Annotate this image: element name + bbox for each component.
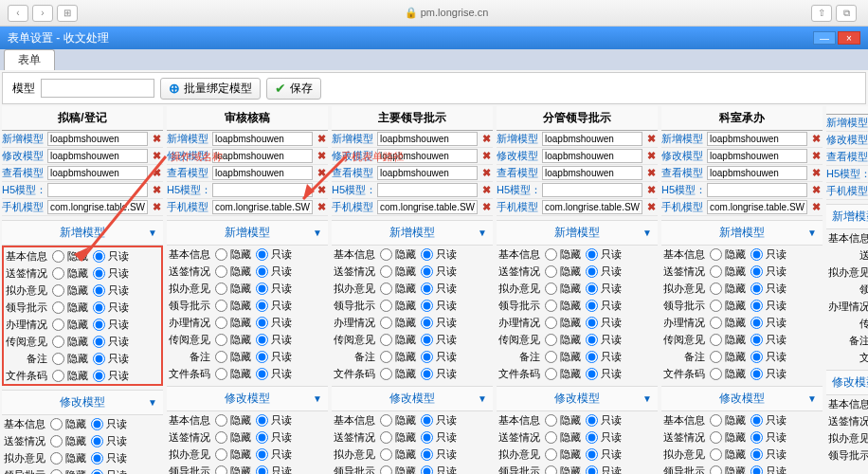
hide-radio[interactable] <box>52 250 64 263</box>
forward-button[interactable]: › <box>32 5 53 22</box>
readonly-radio[interactable] <box>750 334 763 346</box>
readonly-radio[interactable] <box>91 435 103 447</box>
section-edit-header[interactable]: 修改模型▼ <box>332 386 493 411</box>
readonly-radio[interactable] <box>93 353 105 365</box>
collapse-icon[interactable]: ▼ <box>478 393 487 404</box>
hide-radio[interactable] <box>215 414 227 427</box>
section-edit-header[interactable]: 修改模型▼ <box>2 390 163 415</box>
readonly-radio[interactable] <box>750 317 763 329</box>
readonly-radio[interactable] <box>93 284 105 297</box>
hide-radio[interactable] <box>545 334 557 346</box>
readonly-radio[interactable] <box>750 351 763 363</box>
model-row-input[interactable] <box>542 149 642 163</box>
section-edit-header[interactable]: 修改模型▼ <box>497 386 658 411</box>
hide-radio[interactable] <box>380 351 392 363</box>
model-row-input[interactable] <box>707 149 807 163</box>
collapse-icon[interactable]: ▼ <box>807 393 817 404</box>
hide-radio[interactable] <box>52 267 64 280</box>
share-button[interactable]: ⇧ <box>811 5 832 22</box>
hide-radio[interactable] <box>710 431 722 444</box>
readonly-radio[interactable] <box>586 265 598 278</box>
hide-radio[interactable] <box>380 368 392 380</box>
hide-radio[interactable] <box>52 284 64 297</box>
delete-icon[interactable]: ✖ <box>150 133 163 146</box>
hide-radio[interactable] <box>545 300 557 312</box>
model-row-input[interactable] <box>542 200 642 214</box>
section-edit-header[interactable]: 修改模型▼ <box>826 370 868 395</box>
delete-icon[interactable]: ✖ <box>479 133 493 146</box>
readonly-radio[interactable] <box>586 283 598 295</box>
hide-radio[interactable] <box>545 248 557 261</box>
readonly-radio[interactable] <box>421 265 433 278</box>
model-row-input[interactable] <box>377 200 478 214</box>
readonly-radio[interactable] <box>421 448 433 461</box>
delete-icon[interactable]: ✖ <box>644 133 658 146</box>
readonly-radio[interactable] <box>93 370 105 382</box>
hide-radio[interactable] <box>50 435 63 447</box>
section-new-header[interactable]: 新增模型▼ <box>826 204 868 229</box>
readonly-radio[interactable] <box>586 248 598 261</box>
readonly-radio[interactable] <box>586 368 598 380</box>
hide-radio[interactable] <box>52 370 64 382</box>
hide-radio[interactable] <box>545 465 557 475</box>
model-input[interactable] <box>41 79 154 98</box>
model-row-input[interactable] <box>377 183 478 197</box>
bind-button[interactable]: ⊕批量绑定模型 <box>160 78 261 100</box>
delete-icon[interactable]: ✖ <box>809 167 823 180</box>
model-row-input[interactable] <box>377 132 478 146</box>
section-new-header[interactable]: 新增模型▼ <box>2 220 163 246</box>
readonly-radio[interactable] <box>91 452 103 465</box>
readonly-radio[interactable] <box>256 300 268 312</box>
collapse-icon[interactable]: ▼ <box>642 228 652 238</box>
readonly-radio[interactable] <box>586 317 598 329</box>
readonly-radio[interactable] <box>421 431 433 444</box>
readonly-radio[interactable] <box>421 414 433 427</box>
delete-icon[interactable]: ✖ <box>809 184 823 197</box>
readonly-radio[interactable] <box>421 351 433 363</box>
delete-icon[interactable]: ✖ <box>644 184 658 197</box>
hide-radio[interactable] <box>380 300 392 312</box>
hide-radio[interactable] <box>545 414 557 427</box>
delete-icon[interactable]: ✖ <box>809 201 823 214</box>
readonly-radio[interactable] <box>93 319 105 331</box>
hide-radio[interactable] <box>545 351 557 363</box>
readonly-radio[interactable] <box>93 267 105 280</box>
hide-radio[interactable] <box>50 418 63 430</box>
readonly-radio[interactable] <box>91 469 103 475</box>
hide-radio[interactable] <box>50 469 63 475</box>
collapse-icon[interactable]: ▼ <box>642 393 652 404</box>
hide-radio[interactable] <box>380 414 392 427</box>
readonly-radio[interactable] <box>586 414 598 427</box>
hide-radio[interactable] <box>545 283 557 295</box>
hide-radio[interactable] <box>215 300 227 312</box>
hide-radio[interactable] <box>545 431 557 444</box>
model-row-input[interactable] <box>212 200 313 214</box>
hide-radio[interactable] <box>545 368 557 380</box>
model-row-input[interactable] <box>47 149 148 163</box>
model-row-input[interactable] <box>212 149 313 163</box>
hide-radio[interactable] <box>545 448 557 461</box>
tab-form[interactable]: 表单 <box>4 49 55 70</box>
hide-radio[interactable] <box>380 334 392 346</box>
hide-radio[interactable] <box>380 448 392 461</box>
hide-radio[interactable] <box>50 452 63 465</box>
collapse-icon[interactable]: ▼ <box>148 397 157 408</box>
section-new-header[interactable]: 新增模型▼ <box>497 220 658 246</box>
section-new-header[interactable]: 新增模型▼ <box>332 220 493 246</box>
readonly-radio[interactable] <box>256 283 268 295</box>
delete-icon[interactable]: ✖ <box>315 150 328 163</box>
collapse-icon[interactable]: ▼ <box>313 393 322 404</box>
section-edit-header[interactable]: 修改模型▼ <box>661 386 823 411</box>
minimize-button[interactable]: — <box>813 31 836 45</box>
readonly-radio[interactable] <box>586 334 598 346</box>
model-row-input[interactable] <box>707 132 807 146</box>
hide-radio[interactable] <box>710 414 722 427</box>
delete-icon[interactable]: ✖ <box>644 150 658 163</box>
delete-icon[interactable]: ✖ <box>150 167 163 180</box>
hide-radio[interactable] <box>710 448 722 461</box>
hide-radio[interactable] <box>215 334 227 346</box>
model-row-input[interactable] <box>707 183 807 197</box>
hide-radio[interactable] <box>545 317 557 329</box>
readonly-radio[interactable] <box>750 414 763 427</box>
hide-radio[interactable] <box>215 465 227 475</box>
